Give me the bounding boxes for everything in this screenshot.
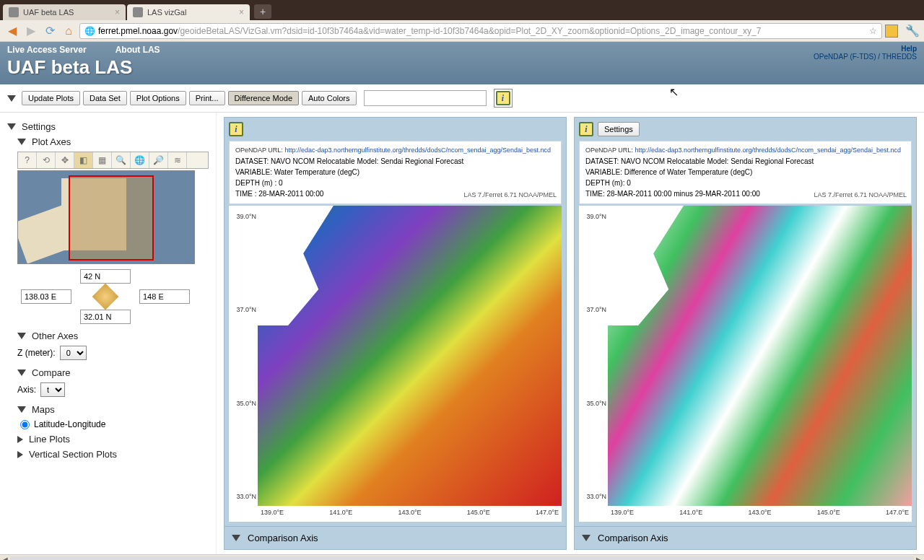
url-domain: ferret.pmel.noaa.gov bbox=[98, 26, 178, 36]
dataset-button[interactable]: Data Set bbox=[83, 91, 127, 105]
west-input[interactable] bbox=[21, 289, 71, 304]
info-icon[interactable]: i bbox=[579, 122, 593, 136]
forward-button[interactable]: ▶ bbox=[23, 23, 39, 39]
coord-inputs bbox=[17, 267, 209, 326]
link-about-las[interactable]: About LAS bbox=[116, 45, 160, 55]
info-icon: i bbox=[496, 91, 510, 105]
link-live-access[interactable]: Live Access Server bbox=[7, 45, 87, 55]
select-tool-icon[interactable]: ◧ bbox=[74, 152, 93, 168]
credit-label: LAS 7./Ferret 6.71 NOAA/PMEL bbox=[463, 191, 557, 201]
sidebar: Settings Plot Axes ? ⟲ ✥ ◧ ▦ 🔍 🌐 🔎 ≋ bbox=[0, 113, 217, 554]
difference-mode-button[interactable]: Difference Mode bbox=[228, 91, 300, 105]
extension-icon[interactable] bbox=[885, 25, 898, 38]
info-button[interactable]: i bbox=[494, 89, 513, 108]
y-axis: 39.0°N37.0°N35.0°N33.0°N bbox=[229, 206, 258, 522]
search-input[interactable] bbox=[364, 90, 487, 106]
depth-label: DEPTH (m): 0 bbox=[585, 178, 905, 188]
scroll-left-icon[interactable]: ◀ bbox=[0, 556, 10, 560]
print-button[interactable]: Print... bbox=[189, 91, 225, 105]
panel-settings-button[interactable]: Settings bbox=[598, 122, 640, 136]
compare-header[interactable]: Compare bbox=[17, 367, 209, 378]
url-bar[interactable]: 🌐 ferret.pmel.noaa.gov /geoideBetaLAS/Vi… bbox=[79, 23, 882, 39]
credit-label: LAS 7./Ferret 6.71 NOAA/PMEL bbox=[814, 191, 907, 201]
back-button[interactable]: ◀ bbox=[4, 23, 20, 39]
favicon-icon bbox=[9, 7, 19, 17]
help-link[interactable]: Help bbox=[814, 45, 917, 53]
vertical-section-header[interactable]: Vertical Section Plots bbox=[17, 449, 209, 460]
region-tool-icon[interactable]: ▦ bbox=[93, 152, 112, 168]
comparison-axis-header-2[interactable]: Comparison Axis bbox=[575, 526, 916, 549]
plot-image-1[interactable]: 39.0°N37.0°N35.0°N33.0°N 139.0°E141.0°E1… bbox=[229, 206, 562, 522]
z-label: Z (meter): bbox=[17, 348, 56, 358]
plot-metadata-2: OPeNDAP URL: http://edac-dap3.northerngu… bbox=[579, 141, 912, 204]
dataset-label: DATASET: NAVO NCOM Relocatable Model: Se… bbox=[235, 156, 555, 167]
depth-label: DEPTH (m) : 0 bbox=[235, 178, 555, 188]
plot-panel-2: i Settings OPeNDAP URL: http://edac-dap3… bbox=[574, 117, 917, 550]
opendap-link[interactable]: http://edac-dap3.northerngulfinstitute.o… bbox=[635, 146, 901, 154]
globe-tool-icon[interactable]: 🌐 bbox=[131, 152, 149, 168]
zoomout-tool-icon[interactable]: 🔎 bbox=[149, 152, 168, 168]
collapse-icon[interactable] bbox=[7, 95, 16, 102]
reload-button[interactable]: ⟳ bbox=[42, 23, 58, 39]
variable-label: VARIABLE: Water Temperature (degC) bbox=[235, 167, 555, 178]
wrench-icon[interactable]: 🔧 bbox=[905, 24, 920, 38]
north-input[interactable] bbox=[80, 269, 131, 284]
browser-nav-bar: ◀ ▶ ⟳ ⌂ 🌐 ferret.pmel.noaa.gov /geoideBe… bbox=[0, 20, 924, 42]
globe-icon: 🌐 bbox=[84, 26, 95, 36]
axis-label: Axis: bbox=[17, 385, 36, 395]
info-icon[interactable]: i bbox=[229, 122, 243, 136]
dataset-label: DATASET: NAVO NCOM Relocatable Model: Se… bbox=[585, 156, 905, 167]
plot-axes-header[interactable]: Plot Axes bbox=[17, 136, 209, 147]
url-path: /geoideBetaLAS/VizGal.vm?dsid=id-10f3b74… bbox=[178, 26, 866, 36]
bookmark-icon[interactable]: ☆ bbox=[869, 26, 877, 36]
variable-label: VARIABLE: Difference of Water Temperatur… bbox=[585, 167, 905, 178]
line-plots-header[interactable]: Line Plots bbox=[17, 434, 209, 445]
opendap-link[interactable]: http://edac-dap3.northerngulfinstitute.o… bbox=[284, 146, 551, 154]
compass-icon bbox=[92, 284, 119, 310]
toolbar: Update Plots Data Set Plot Options Print… bbox=[0, 84, 924, 113]
axis-select[interactable]: t bbox=[40, 382, 65, 397]
new-tab-button[interactable]: + bbox=[254, 4, 271, 19]
south-input[interactable] bbox=[80, 310, 131, 324]
latlon-radio[interactable] bbox=[20, 420, 30, 429]
reset-tool-icon[interactable]: ⟲ bbox=[37, 152, 56, 168]
settings-header[interactable]: Settings bbox=[7, 121, 209, 132]
layers-tool-icon[interactable]: ≋ bbox=[168, 152, 187, 168]
favicon-icon bbox=[133, 7, 143, 17]
plot-canvas bbox=[258, 206, 562, 507]
scroll-right-icon[interactable]: ▶ bbox=[914, 556, 924, 560]
east-input[interactable] bbox=[139, 289, 190, 304]
plot-canvas bbox=[608, 206, 912, 507]
map-toolbar: ? ⟲ ✥ ◧ ▦ 🔍 🌐 🔎 ≋ bbox=[17, 152, 209, 169]
auto-colors-button[interactable]: Auto Colors bbox=[302, 91, 356, 105]
browser-tab-strip: UAF beta LAS × LAS vizGal × + bbox=[0, 0, 924, 20]
browser-tab[interactable]: UAF beta LAS × bbox=[3, 4, 126, 20]
plot-image-2[interactable]: 39.0°N37.0°N35.0°N33.0°N 139.0°E141.0°E1… bbox=[579, 206, 912, 522]
y-axis: 39.0°N37.0°N35.0°N33.0°N bbox=[579, 206, 608, 522]
tab-title: LAS vizGal bbox=[147, 8, 186, 17]
comparison-axis-header-1[interactable]: Comparison Axis bbox=[225, 526, 566, 549]
plot-options-button[interactable]: Plot Options bbox=[130, 91, 186, 105]
opendap-thredds-link[interactable]: OPeNDAP (F-TDS) / THREDDS bbox=[814, 53, 917, 61]
pan-tool-icon[interactable]: ✥ bbox=[56, 152, 74, 168]
help-tool-icon[interactable]: ? bbox=[18, 152, 37, 168]
maps-header[interactable]: Maps bbox=[17, 404, 209, 415]
update-plots-button[interactable]: Update Plots bbox=[22, 91, 80, 105]
page-title: UAF beta LAS bbox=[7, 56, 917, 79]
close-icon[interactable]: × bbox=[239, 7, 244, 17]
home-button[interactable]: ⌂ bbox=[61, 23, 77, 39]
plot-panel-1: i OPeNDAP URL: http://edac-dap3.northern… bbox=[224, 117, 567, 550]
tab-title: UAF beta LAS bbox=[23, 8, 74, 17]
horizontal-scrollbar[interactable]: ◀ ▶ bbox=[0, 554, 924, 560]
minimap[interactable] bbox=[17, 170, 195, 264]
app-header: Live Access Server About LAS UAF beta LA… bbox=[0, 42, 924, 84]
plot-container: i OPeNDAP URL: http://edac-dap3.northern… bbox=[217, 113, 924, 554]
x-axis: 139.0°E141.0°E143.0°E145.0°E147.0°E bbox=[258, 506, 562, 522]
zoom-tool-icon[interactable]: 🔍 bbox=[112, 152, 131, 168]
z-select[interactable]: 0 bbox=[60, 346, 87, 360]
close-icon[interactable]: × bbox=[115, 7, 120, 17]
other-axes-header[interactable]: Other Axes bbox=[17, 331, 209, 341]
plot-metadata-1: OPeNDAP URL: http://edac-dap3.northerngu… bbox=[229, 141, 562, 204]
scroll-track[interactable] bbox=[10, 556, 914, 561]
browser-tab-active[interactable]: LAS vizGal × bbox=[127, 4, 250, 20]
